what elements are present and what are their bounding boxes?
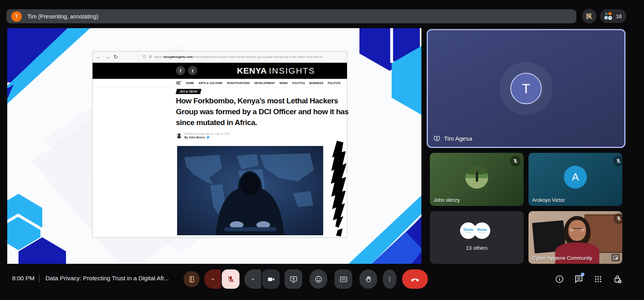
grid-off-icon <box>585 12 594 21</box>
nav-item: POLITICS <box>328 82 341 84</box>
article-headline: How Forkbombo, Kenya’s most Lethal Hacke… <box>176 95 355 128</box>
nav-item: BUSINESS <box>309 82 323 84</box>
camera-button[interactable] <box>262 269 280 289</box>
shield-icon <box>142 55 147 59</box>
black-scribble-annotation <box>327 140 347 237</box>
reactions-button[interactable] <box>310 269 327 289</box>
apps-grid-icon <box>593 274 603 284</box>
present-screen-icon <box>289 275 298 284</box>
tile-name: John slimzy <box>433 197 460 203</box>
nav-item: INVESTIGATIONS <box>227 82 250 84</box>
svg-text:CC: CC <box>341 278 345 281</box>
emoji-icon <box>314 275 323 284</box>
end-call-button[interactable] <box>402 269 428 289</box>
more-vert-icon <box>386 275 393 283</box>
chevron-up-icon <box>250 276 256 282</box>
url-text: https://kenyainsights.com/how-forkbombo-… <box>154 55 323 59</box>
mic-options-button[interactable] <box>204 269 221 289</box>
tile-13-others[interactable]: illumeIntelligence illumeIntelligence 13… <box>430 211 524 264</box>
nav-item: POLITICS <box>292 82 305 84</box>
author-name: By John Bosco <box>184 136 205 139</box>
nav-item: ARTS & CULTURE <box>198 82 222 84</box>
breakout-room-button[interactable] <box>184 271 200 287</box>
avatar-halo: T <box>500 62 553 115</box>
nav-item: DEVELOPMENT <box>254 82 275 84</box>
lock-icon <box>149 55 152 59</box>
layout-off-button[interactable] <box>582 9 597 23</box>
tile-name: Tim Agesa <box>444 135 472 142</box>
tile-john-slimzy[interactable]: John slimzy <box>430 153 524 206</box>
pip-button[interactable] <box>611 254 620 261</box>
hamburger-icon <box>176 81 182 85</box>
site-header: f t KENYA INSIGHTS <box>93 63 347 79</box>
hand-icon <box>364 275 373 284</box>
mic-mute-button[interactable] <box>222 269 239 289</box>
chevron-up-icon <box>210 276 216 282</box>
captions-button[interactable]: CC <box>334 269 352 289</box>
site-logo: KENYA INSIGHTS <box>93 63 347 79</box>
presenter-avatar: T <box>11 11 22 22</box>
meeting-details-button[interactable] <box>555 274 564 284</box>
lock-badge-icon <box>613 274 622 284</box>
presenter-label: Tim (Presenting, annotating) <box>27 13 98 20</box>
presenting-icon <box>433 135 440 142</box>
site-nav: HOME ARTS & CULTURE INVESTIGATIONS DEVEL… <box>93 79 347 87</box>
illume-logos: illumeIntelligence illumeIntelligence <box>460 222 490 239</box>
shared-screen-stage[interactable]: ← → ↻ https://kenyainsights.com/how-fork… <box>7 28 421 264</box>
john-photo-avatar <box>465 166 488 189</box>
mic-off-icon <box>616 216 622 222</box>
participants-pill[interactable]: 18 <box>600 9 626 23</box>
participant-count: 18 <box>616 13 621 19</box>
twitter-bird-icon <box>206 136 210 139</box>
host-controls-button[interactable] <box>613 274 622 284</box>
clock-time: 8:00 PM <box>12 275 35 282</box>
url-bar: https://kenyainsights.com/how-forkbombo-… <box>142 55 344 59</box>
more-options-button[interactable] <box>383 269 396 289</box>
mic-off-icon <box>615 158 621 164</box>
tile-tim-agesa[interactable]: T Tim Agesa <box>427 29 625 148</box>
chat-notification-dot <box>581 273 584 276</box>
participant-sidebar: T Tim Agesa John slimzy A <box>427 28 625 264</box>
activities-button[interactable] <box>593 274 603 284</box>
control-bar: 8:00 PM Data Privacy: Protecting Trust i… <box>0 264 644 300</box>
tile-name: Arokoyo Victor <box>532 197 565 203</box>
divider <box>39 274 39 282</box>
call-end-icon <box>410 274 420 284</box>
browser-toolbar: ← → ↻ https://kenyainsights.com/how-fork… <box>93 51 347 62</box>
tile-arokoyo-victor[interactable]: A Arokoyo Victor <box>528 153 622 206</box>
tim-avatar: T <box>510 73 542 104</box>
article-byline: Published 5 years ago on July 29, 2021 B… <box>176 132 230 139</box>
hacker-image <box>177 146 323 235</box>
back-arrow-icon: ← <box>96 54 101 60</box>
mic-off-icon <box>512 158 518 164</box>
mic-off-badge <box>613 213 622 224</box>
author-avatar <box>176 132 182 138</box>
nav-item: HOME <box>186 82 194 84</box>
camera-icon <box>267 275 275 284</box>
mic-off-badge <box>613 156 622 166</box>
mic-off-icon <box>227 275 235 284</box>
tile-name: 13 others <box>430 245 524 251</box>
pip-icon <box>613 255 618 260</box>
category-badge: SCI & TECH <box>175 89 201 94</box>
reload-icon: ↻ <box>114 54 118 60</box>
forward-arrow-icon: → <box>105 54 110 60</box>
shared-browser-screenshot: ← → ↻ https://kenyainsights.com/how-fork… <box>93 51 347 237</box>
mic-off-badge <box>510 156 521 166</box>
chat-button[interactable] <box>574 274 584 284</box>
publish-date: Published 5 years ago on July 29, 2021 <box>184 132 230 135</box>
camera-options-button[interactable] <box>244 269 261 289</box>
present-button[interactable] <box>285 269 302 289</box>
info-icon <box>555 274 564 284</box>
presenter-pill[interactable]: T Tim (Presenting, annotating) <box>6 9 576 23</box>
meeting-title: Data Privacy: Protecting Trust in a Digi… <box>45 275 169 282</box>
tile-name: Cyber Hygiene Community <box>532 255 592 261</box>
door-icon <box>188 275 196 283</box>
captions-icon: CC <box>339 275 348 284</box>
participant-avatars-icon <box>603 12 613 21</box>
nav-item: NEWS <box>280 82 288 84</box>
raise-hand-button[interactable] <box>359 269 377 289</box>
arokoyo-avatar: A <box>564 166 587 189</box>
tile-cyber-hygiene-community[interactable]: Cyber Hygiene Community <box>528 211 622 264</box>
